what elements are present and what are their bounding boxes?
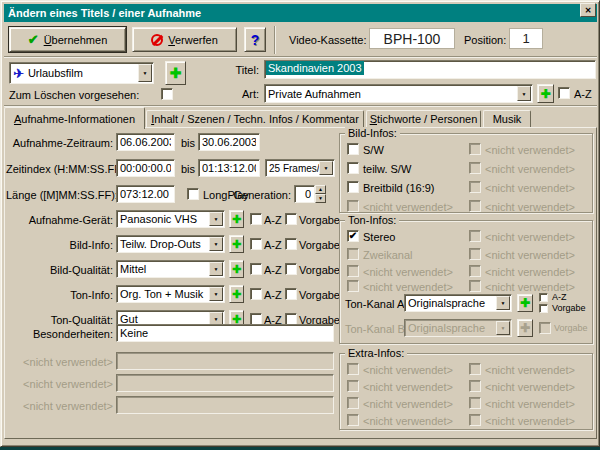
- title-input[interactable]: Skandinavien 2003: [264, 60, 596, 79]
- ton-kanal-a-vorgabe-checkbox[interactable]: [539, 304, 548, 313]
- aufnahme-geraet-combobox[interactable]: Panasonic VHS ▼: [116, 210, 225, 228]
- ton-kanal-b-vorgabe-checkbox: [539, 322, 551, 334]
- add-art-button[interactable]: ✚: [537, 84, 554, 103]
- close-button[interactable]: ✕: [580, 3, 596, 17]
- tab-stichworte-personen[interactable]: Stichworte / Personen: [366, 110, 481, 128]
- unused-checkbox-label: <nicht verwendet>: [485, 201, 575, 213]
- ton-kanal-a-az-checkbox[interactable]: [539, 293, 548, 302]
- breitbild-checkbox[interactable]: [347, 181, 359, 193]
- stereo-checkbox[interactable]: [347, 230, 359, 242]
- chevron-down-icon[interactable]: ▼: [517, 86, 531, 101]
- zweikanal-label: Zweikanal: [363, 249, 413, 261]
- add-ton-kanal-a-button[interactable]: ✚: [517, 294, 533, 312]
- laenge-label: Länge ([M]MM:SS.FF):: [6, 189, 113, 201]
- bild-qualitaet-label: Bild-Qualität:: [6, 264, 113, 276]
- unused-checkbox: [469, 230, 481, 242]
- az-label: A-Z: [552, 292, 567, 302]
- tab-musik[interactable]: Musik: [483, 110, 531, 128]
- unused-checkbox: [469, 280, 481, 292]
- generation-input[interactable]: [294, 185, 315, 203]
- art-az-checkbox[interactable]: [558, 87, 570, 99]
- unused-checkbox-label: <nicht verwendet>: [363, 281, 453, 293]
- chevron-down-icon[interactable]: ▼: [496, 296, 510, 310]
- ton-info-vorgabe-checkbox[interactable]: [285, 288, 297, 300]
- aufnahme-geraet-az-checkbox[interactable]: [250, 213, 262, 225]
- zeitindex-from-input[interactable]: [116, 159, 175, 177]
- apply-button[interactable]: ✔ Übernehmen: [9, 27, 126, 52]
- aufnahme-geraet-label: Aufnahme-Gerät:: [6, 214, 113, 226]
- unused-checkbox: [347, 363, 359, 375]
- ton-info-combobox[interactable]: Org. Ton + Musik ▼: [116, 285, 225, 303]
- vorgabe-label: Vorgabe: [552, 303, 586, 313]
- unused-checkbox-label: <nicht verwendet>: [363, 266, 453, 278]
- category-value: Urlaubsfilm: [28, 67, 83, 79]
- besonderheiten-input[interactable]: [116, 324, 334, 342]
- unused-checkbox-label: <nicht verwendet>: [485, 415, 575, 427]
- bild-qualitaet-combobox[interactable]: Mittel ▼: [116, 260, 225, 278]
- unused-checkbox-label: <nicht verwendet>: [485, 266, 575, 278]
- bis-label: bis: [181, 163, 195, 175]
- laenge-input[interactable]: [116, 185, 175, 203]
- bild-info-vorgabe-checkbox[interactable]: [285, 238, 297, 250]
- zeitindex-to-input[interactable]: [198, 159, 260, 177]
- discard-button[interactable]: Verwerfen: [132, 27, 237, 52]
- unused-checkbox: [469, 397, 481, 409]
- chevron-down-icon[interactable]: ▼: [138, 64, 152, 82]
- plus-icon: ✚: [232, 238, 241, 251]
- ton-kanal-a-combobox[interactable]: Originalsprache ▼: [404, 294, 512, 312]
- help-icon: ?: [251, 32, 260, 48]
- aufnahme-geraet-vorgabe-checkbox[interactable]: [285, 213, 297, 225]
- cassette-label: Video-Kassette:: [289, 34, 366, 46]
- longplay-checkbox[interactable]: [187, 188, 199, 200]
- chevron-down-icon[interactable]: ▼: [209, 237, 223, 251]
- bild-info-combobox[interactable]: Teilw. Drop-Outs ▼: [116, 235, 225, 253]
- sw-checkbox[interactable]: [347, 143, 359, 155]
- spinner-up-button[interactable]: ▲: [315, 185, 326, 194]
- position-label: Position:: [464, 34, 506, 46]
- unused-checkbox: [469, 414, 481, 426]
- add-aufnahme-geraet-button[interactable]: ✚: [229, 210, 244, 228]
- add-ton-info-button[interactable]: ✚: [229, 285, 244, 303]
- add-bild-qualitaet-button[interactable]: ✚: [229, 260, 244, 278]
- bis-label: bis: [181, 137, 195, 149]
- framerate-combobox[interactable]: 25 Frames/s ▼: [265, 159, 335, 177]
- bild-qualitaet-az-checkbox[interactable]: [250, 263, 262, 275]
- tab-label: Musik: [493, 113, 522, 125]
- plus-icon: ✚: [520, 296, 530, 310]
- chevron-down-icon[interactable]: ▼: [209, 287, 223, 301]
- unused-checkbox: [469, 363, 481, 375]
- zeitraum-to-input[interactable]: [198, 133, 260, 151]
- breitbild-label: Breitbild (16:9): [363, 182, 435, 194]
- ton-info-az-checkbox[interactable]: [250, 288, 262, 300]
- help-button[interactable]: ?: [244, 27, 266, 52]
- unused-checkbox-label: <nicht verwendet>: [485, 163, 575, 175]
- unused-checkbox: [347, 380, 359, 392]
- delete-flag-checkbox[interactable]: [161, 88, 173, 100]
- chevron-down-icon[interactable]: ▼: [319, 161, 333, 175]
- unused-checkbox-label: <nicht verwendet>: [363, 364, 453, 376]
- zeitraum-from-input[interactable]: [116, 133, 175, 151]
- bild-qualitaet-vorgabe-checkbox[interactable]: [285, 263, 297, 275]
- vorgabe-label: Vorgabe: [554, 323, 588, 333]
- toolbar-bottom-separator: [4, 56, 597, 58]
- teilw-sw-checkbox[interactable]: [347, 162, 359, 174]
- generation-spinner: ▲ ▼: [315, 185, 326, 203]
- tab-label: Aufnahme-Informationen: [14, 113, 135, 125]
- plus-icon: ✚: [232, 288, 241, 301]
- tab-aufnahme-informationen[interactable]: Aufnahme-Informationen: [4, 107, 145, 129]
- art-combobox[interactable]: Private Aufnahmen ▼: [264, 84, 533, 103]
- bild-info-az-checkbox[interactable]: [250, 238, 262, 250]
- vorgabe-label: Vorgabe: [299, 264, 340, 276]
- add-bild-info-button[interactable]: ✚: [229, 235, 244, 253]
- add-category-button[interactable]: ✚: [165, 61, 186, 85]
- chevron-down-icon[interactable]: ▼: [209, 262, 223, 276]
- spinner-down-button[interactable]: ▼: [315, 194, 326, 203]
- tab-inhalt-szenen[interactable]: Inhalt / Szenen / Techn. Infos / Komment…: [146, 110, 364, 128]
- category-combobox[interactable]: ✈ Urlaubsfilm ▼: [9, 62, 154, 84]
- chevron-down-icon[interactable]: ▼: [209, 212, 223, 226]
- bild-info-value: Teilw. Drop-Outs: [120, 238, 201, 250]
- titlebar: Ändern eines Titels / einer Aufnahme: [4, 4, 597, 22]
- unused-field-label: <nicht verwendet>: [6, 356, 113, 368]
- az-label: A-Z: [264, 289, 282, 301]
- unused-checkbox: [347, 414, 359, 426]
